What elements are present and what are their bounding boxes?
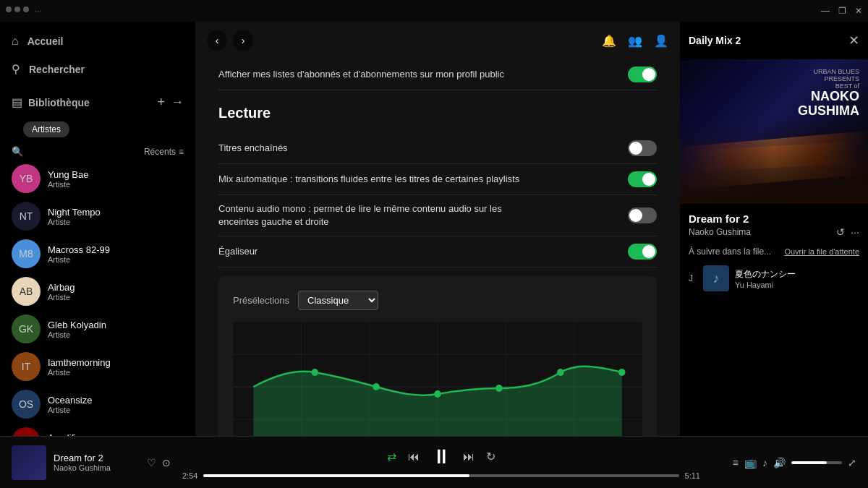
titres-enchaines-label: Titres enchaînés [218, 142, 288, 155]
album-presents: URBAN BLUES [798, 68, 859, 75]
profile-icon[interactable]: 👤 [654, 34, 668, 48]
recents-icon: ≡ [179, 147, 184, 157]
player-buttons: ⇄ ⏮ ⏸ ⏭ ↻ [387, 445, 495, 468]
artist-item[interactable]: GK Gleb Kolyadin Artiste [0, 310, 195, 348]
eq-point-6[interactable] [618, 369, 625, 376]
artist-list: YB Yung Bae Artiste NT Night Tempo Artis… [0, 160, 195, 436]
eq-point-5[interactable] [557, 369, 563, 376]
library-add-button[interactable]: + [157, 95, 165, 110]
egaliseur-row: Égaliseur [218, 236, 657, 267]
sidebar-item-rechercher[interactable]: ⚲ Rechercher [0, 55, 195, 83]
player-fullscreen-button[interactable]: ⤢ [848, 457, 856, 468]
artist-avatar: AB [12, 277, 41, 306]
library-expand-button[interactable]: → [171, 95, 184, 110]
player-device-btn[interactable]: 📺 [744, 457, 757, 468]
notification-icon[interactable]: 🔔 [602, 34, 616, 48]
eq-point-4[interactable] [495, 385, 502, 392]
titlebar-controls: — ❐ ✕ [821, 6, 862, 16]
album-artist-name: NAOKO GUSHIMA [798, 90, 859, 119]
queue-title: À suivre dans la file... [689, 247, 771, 257]
artist-item[interactable]: AB Airbag Artiste [0, 273, 195, 310]
eq-point-1[interactable] [311, 369, 318, 376]
player-volume-button[interactable]: 🔊 [773, 457, 786, 468]
artist-item[interactable]: M8 Macross 82-99 Artiste [0, 235, 195, 273]
queue-item-1[interactable]: J ♪ 夏色のナンシー Yu Hayami [689, 262, 859, 294]
artist-type: Artiste [48, 255, 110, 264]
artist-item[interactable]: IT Iamthemorning Artiste [0, 348, 195, 385]
artist-avatar: IT [12, 352, 41, 381]
queue-header: À suivre dans la file... Ouvrir la file … [689, 247, 859, 257]
toggle-followers-knob [642, 68, 655, 81]
artist-item[interactable]: OS Oceansize Artiste [0, 385, 195, 423]
maximize-button[interactable]: ❐ [838, 6, 846, 16]
player-prev-button[interactable]: ⏮ [408, 450, 420, 463]
artist-name: Oceansize [48, 395, 92, 406]
cityscape [680, 117, 868, 204]
artistes-pill[interactable]: Artistes [23, 121, 69, 137]
track-more-button[interactable]: ··· [851, 226, 859, 238]
library-icon: ▤ [12, 95, 22, 109]
eq-chart[interactable] [233, 322, 642, 436]
right-panel-close-button[interactable]: ✕ [848, 33, 859, 48]
toggle-followers[interactable] [628, 67, 657, 82]
toggle-contenu-mono[interactable] [628, 207, 657, 223]
eq-point-2[interactable] [373, 383, 379, 390]
eq-header: Présélections Classique Pop Rock Jazz Él… [233, 291, 642, 310]
player-progress-bar[interactable] [203, 474, 678, 477]
toggle-followers-label: Afficher mes listes d'abonnés et d'abonn… [218, 68, 504, 81]
toggle-contenu-mono-knob [629, 209, 642, 222]
close-button[interactable]: ✕ [855, 6, 862, 16]
player-time-total: 5:11 [685, 471, 700, 480]
artist-avatar: YB [12, 164, 41, 193]
player-repeat-button[interactable]: ↻ [486, 450, 495, 463]
eq-point-3[interactable] [434, 390, 441, 398]
artist-item[interactable]: AM Amplifier Artiste [0, 423, 195, 436]
queue-open-button[interactable]: Ouvrir la file d'attente [784, 247, 859, 256]
artist-item[interactable]: YB Yung Bae Artiste [0, 160, 195, 197]
sidebar-item-accueil[interactable]: ⌂ Accueil [0, 27, 195, 55]
queue-track-artist: Yu Hayami [735, 281, 796, 289]
album-art: URBAN BLUES PRESENTS BEST of NAOKO GUSHI… [680, 59, 868, 204]
contenu-mono-row: Contenu audio mono : permet de lire le m… [218, 195, 657, 236]
player-track-info: Dream for 2 Naoko Gushima [54, 453, 111, 472]
artist-item[interactable]: NT Night Tempo Artiste [0, 197, 195, 235]
album-best-of: PRESENTS [798, 75, 859, 82]
mix-auto-label: Mix automatique : transitions fluides en… [218, 173, 519, 186]
player-play-pause-button[interactable]: ⏸ [431, 445, 451, 468]
nav-forward-button[interactable]: › [233, 30, 253, 51]
player-track-actions: ♡ ⊙ [147, 457, 171, 468]
sidebar-label-rechercher: Rechercher [29, 64, 85, 75]
track-loop-button[interactable]: ↺ [836, 226, 845, 238]
artist-info: Night Tempo Artiste [48, 207, 101, 226]
player-shuffle-button[interactable]: ⇄ [387, 450, 396, 463]
right-panel-title: Daily Mix 2 [689, 35, 741, 46]
sidebar-recents: Récents ≡ [144, 147, 184, 157]
volume-bar[interactable] [791, 461, 842, 464]
player-lyrics-button[interactable]: ♪ [762, 457, 767, 468]
eq-curve-svg [233, 322, 642, 436]
artist-type: Artiste [48, 330, 106, 339]
player-device-button[interactable]: ⊙ [162, 457, 171, 468]
artist-info: Gleb Kolyadin Artiste [48, 320, 106, 339]
titlebar-menu[interactable]: ··· [35, 7, 41, 15]
player-next-button[interactable]: ⏭ [463, 450, 475, 463]
player-like-button[interactable]: ♡ [147, 457, 156, 468]
toggle-mix-auto[interactable] [628, 171, 657, 187]
volume-fill [791, 461, 827, 464]
player-queue-button[interactable]: ≡ [733, 457, 739, 468]
toggle-titres-enchaines[interactable] [628, 140, 657, 156]
player-time-current: 2:54 [182, 471, 197, 480]
library-header: ▤ Bibliothèque + → [0, 89, 195, 116]
queue-section: À suivre dans la file... Ouvrir la file … [680, 247, 868, 294]
friends-icon[interactable]: 👥 [628, 34, 642, 48]
nav-back-button[interactable]: ‹ [207, 30, 227, 51]
queue-item-num: J [689, 273, 697, 283]
minimize-button[interactable]: — [821, 6, 830, 16]
titlebar-dot-3 [23, 7, 29, 12]
sidebar-search: 🔍 Récents ≡ [0, 143, 195, 160]
artist-info: Oceansize Artiste [48, 395, 92, 414]
artist-name: Iamthemorning [48, 357, 111, 368]
center-content: ‹ › 🔔 👥 👤 Afficher mes listes d'abonnés … [195, 22, 680, 436]
eq-preset-select[interactable]: Classique Pop Rock Jazz Électronique [298, 291, 378, 310]
toggle-egaliseur[interactable] [628, 244, 657, 260]
